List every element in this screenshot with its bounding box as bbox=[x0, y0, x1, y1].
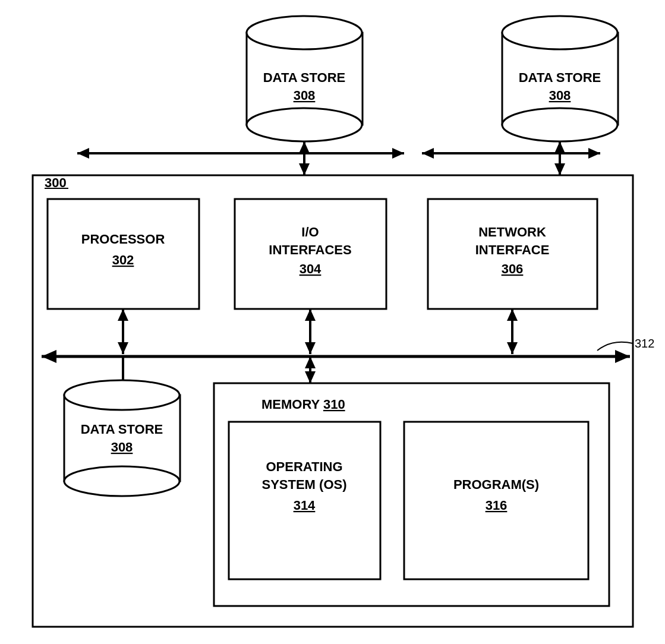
svg-marker-19 bbox=[554, 141, 565, 153]
svg-text:316: 316 bbox=[486, 498, 508, 513]
svg-text:OPERATING: OPERATING bbox=[266, 459, 342, 474]
svg-text:304: 304 bbox=[300, 261, 322, 276]
svg-marker-32 bbox=[42, 350, 56, 363]
svg-text:INTERFACE: INTERFACE bbox=[475, 242, 550, 257]
svg-text:I/O: I/O bbox=[301, 225, 319, 239]
svg-text:DATA STORE: DATA STORE bbox=[263, 70, 346, 85]
svg-text:NETWORK: NETWORK bbox=[478, 225, 546, 239]
svg-point-48 bbox=[64, 466, 179, 496]
svg-marker-40 bbox=[305, 309, 316, 321]
svg-marker-43 bbox=[507, 309, 518, 321]
svg-text:302: 302 bbox=[112, 252, 134, 267]
svg-text:308: 308 bbox=[111, 440, 133, 454]
svg-marker-39 bbox=[305, 342, 316, 354]
svg-marker-36 bbox=[118, 342, 128, 354]
svg-point-3 bbox=[247, 108, 362, 141]
datastore-top-right: DATA STORE 308 bbox=[502, 16, 618, 141]
svg-text:MEMORY 310: MEMORY 310 bbox=[261, 397, 345, 412]
svg-marker-12 bbox=[299, 163, 310, 175]
svg-text:308: 308 bbox=[549, 88, 571, 103]
svg-text:INTERFACES: INTERFACES bbox=[269, 242, 351, 257]
svg-text:SYSTEM (OS): SYSTEM (OS) bbox=[261, 477, 346, 492]
svg-text:306: 306 bbox=[502, 261, 524, 276]
svg-marker-53 bbox=[305, 371, 316, 383]
datastore-bottom-left: DATA STORE 308 bbox=[64, 380, 180, 496]
svg-marker-15 bbox=[77, 148, 89, 159]
svg-text:314: 314 bbox=[294, 498, 316, 513]
svg-marker-37 bbox=[118, 309, 128, 321]
svg-text:DATA STORE: DATA STORE bbox=[81, 422, 163, 437]
svg-marker-21 bbox=[422, 148, 434, 159]
datastore-top-center: DATA STORE 308 bbox=[247, 16, 363, 141]
svg-point-47 bbox=[64, 380, 179, 410]
svg-marker-54 bbox=[305, 356, 316, 368]
svg-marker-16 bbox=[392, 148, 404, 159]
svg-text:PROCESSOR: PROCESSOR bbox=[81, 232, 165, 247]
svg-marker-13 bbox=[299, 141, 310, 153]
svg-text:312: 312 bbox=[635, 337, 654, 350]
svg-point-7 bbox=[502, 16, 617, 49]
svg-marker-18 bbox=[554, 163, 565, 175]
svg-marker-42 bbox=[507, 342, 518, 354]
svg-marker-33 bbox=[615, 350, 630, 363]
svg-point-8 bbox=[502, 108, 617, 141]
svg-point-2 bbox=[247, 16, 362, 49]
svg-text:PROGRAM(S): PROGRAM(S) bbox=[453, 477, 539, 492]
svg-marker-22 bbox=[588, 148, 600, 159]
svg-text:DATA STORE: DATA STORE bbox=[519, 70, 601, 85]
svg-text:308: 308 bbox=[294, 88, 316, 103]
diagram: 300 DATA STORE 308 DATA STORE 308 bbox=[0, 0, 665, 644]
